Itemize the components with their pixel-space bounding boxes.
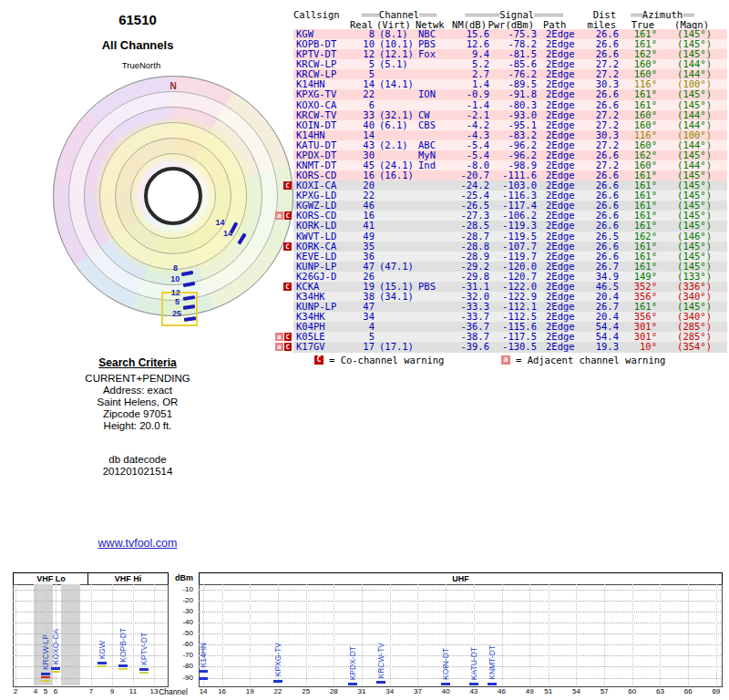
cell-nm: -28.5 xyxy=(451,221,489,231)
co-channel-warning-icon: C xyxy=(283,242,292,251)
dbm-tick-label: -20 xyxy=(164,596,193,604)
gridline-vertical xyxy=(91,584,92,685)
co-channel-warning-icon: C xyxy=(283,181,292,190)
table-row: CKOXI-CA20-24.2-103.02Edge26.6161°(145°) xyxy=(275,180,727,190)
dbm-tick-label: -80 xyxy=(164,662,193,670)
warning-cell xyxy=(275,302,293,312)
table-row: KWVT-LD49-28.7-119.52Edge26.5162°(146°) xyxy=(275,232,727,242)
signal-bar xyxy=(118,664,128,667)
cell-virt: (47.1) xyxy=(375,262,416,272)
station-callsign-label: K14HN xyxy=(199,643,208,667)
signal-bar xyxy=(98,662,107,664)
gridline-vertical xyxy=(604,584,605,685)
dbm-tick-label: -70 xyxy=(164,651,193,659)
cell-netwk xyxy=(416,59,451,69)
cell-pwr: -119.3 xyxy=(489,221,537,231)
search-criteria-line: Zipcode 97051 xyxy=(0,408,275,420)
cell-netwk xyxy=(416,211,451,221)
co-channel-warning-icon: C xyxy=(284,211,293,220)
cell-netwk xyxy=(416,302,451,312)
header-signal-group: ══════Signal═════ xyxy=(448,9,580,19)
table-row: KEVE-LD36-28.9-119.72Edge26.6161°(145°) xyxy=(275,252,727,262)
gridline-vertical xyxy=(133,584,134,685)
signal-bar xyxy=(139,668,149,671)
cell-callsign: KORK-LD xyxy=(296,221,353,231)
cell-magn: (145°) xyxy=(657,89,712,99)
table-row: KRCW-LP5(5.1)5.2-85.62Edge27.2160°(144°) xyxy=(275,59,727,69)
cell-netwk xyxy=(416,322,451,332)
cell-virt: (6.1) xyxy=(375,120,416,130)
co-channel-warning-icon: C xyxy=(314,355,323,365)
station-label-wrap: KNMT-DT xyxy=(486,599,498,680)
cell-pwr: -130.5 xyxy=(489,342,537,352)
signal-bar xyxy=(199,670,208,673)
cell-netwk xyxy=(416,201,451,211)
warning-cell: C xyxy=(275,180,293,190)
channel-tick-label: 14 xyxy=(196,687,210,695)
signal-bar xyxy=(139,672,149,674)
north-indicator: N xyxy=(53,81,293,91)
cell-netwk: Fox xyxy=(416,49,451,59)
table-row: KUNP-LP47-33.3-112.12Edge26.7161°(145°) xyxy=(275,302,727,312)
channel-tick-label: 7 xyxy=(84,687,98,695)
warning-cell xyxy=(275,232,293,242)
station-callsign-label: KRCW-TV xyxy=(376,643,385,679)
warning-cell xyxy=(275,272,293,282)
table-row: KRCW-TV33(32.1)CW-2.1-93.02Edge27.2160°(… xyxy=(275,110,727,120)
warning-cell xyxy=(275,201,293,211)
table-row: KOXO-CA6-1.4-80.32Edge26.6161°(145°) xyxy=(275,100,727,110)
cell-netwk xyxy=(416,170,451,180)
station-callsign-label: KPTV-DT xyxy=(139,633,149,665)
warning-cell xyxy=(275,221,293,231)
cell-netwk: PBS xyxy=(416,282,451,292)
channel-tick-label: 19 xyxy=(242,687,257,695)
table-row: aCKORS-CD16-27.3-106.22Edge26.6161°(145°… xyxy=(275,211,727,221)
table-row: KORS-CD16(16.1)-20.7-111.62Edge26.6161°(… xyxy=(275,170,727,180)
station-callsign-label: KATU-DT xyxy=(469,647,478,680)
table-row: K26GJ-D26-29.8-120.72Edge34.9149°(133°) xyxy=(275,272,727,282)
cell-virt: (17.1) xyxy=(375,342,416,352)
cell-virt: (2.1) xyxy=(375,140,416,150)
table-row: KPXG-TV22ION-0.9-91.82Edge26.6161°(145°) xyxy=(275,89,727,99)
tvfool-report: 61510 All Channels TrueNorth N 141481012… xyxy=(0,0,729,700)
cell-virt xyxy=(375,312,416,322)
dbm-tick-label: -40 xyxy=(164,618,193,626)
table-row: CKORK-CA35-28.8-107.72Edge26.6161°(145°) xyxy=(275,242,727,252)
warning-cell xyxy=(275,292,293,302)
gridline-vertical xyxy=(576,584,577,685)
warning-cell xyxy=(275,59,293,69)
dbm-tick-label: -60 xyxy=(164,640,193,648)
cell-real: 22 xyxy=(353,89,375,99)
cell-virt xyxy=(375,180,416,190)
signal-bar xyxy=(41,680,50,682)
db-datecode-label: db datecode xyxy=(0,454,275,466)
cell-netwk xyxy=(416,100,451,110)
dbm-tick-label: -90 xyxy=(164,674,193,682)
db-datecode-block: db datecode 201201021514 xyxy=(0,454,275,478)
cell-miles: 26.6 xyxy=(582,89,619,99)
cell-miles: 26.6 xyxy=(582,100,619,110)
station-callsign-label: KOXO-CA xyxy=(51,629,60,664)
table-row: KNMT-DT45(24.1)Ind-8.0-98.92Edge27.2160°… xyxy=(275,160,727,170)
cell-virt xyxy=(375,302,416,312)
cell-netwk xyxy=(416,242,451,252)
warning-cell xyxy=(275,140,293,150)
gridline-vertical xyxy=(660,584,661,685)
header-azimuth-group: ══Azimuth══ xyxy=(616,9,709,19)
tvfool-link[interactable]: www.tvfool.com xyxy=(0,537,275,550)
cell-path: 2Edge xyxy=(537,89,582,99)
signal-bar xyxy=(51,671,60,673)
signal-bar xyxy=(51,667,60,670)
cell-magn: (354°) xyxy=(657,342,712,352)
cell-netwk: Ind xyxy=(416,160,451,170)
table-row: KOPB-DT10(10.1)PBS12.6-78.22Edge26.6161°… xyxy=(275,39,727,49)
station-label-wrap: KGW xyxy=(96,587,108,659)
legend-co-channel: C = Co-channel warning xyxy=(314,355,444,365)
table-row: aCK05LE5-38.7-117.52Edge54.4301°(285°) xyxy=(275,332,727,342)
channel-tick-label: 40 xyxy=(438,687,453,695)
cell-nm: -1.4 xyxy=(451,100,489,110)
table-row: K34HK38(34.1)-32.0-122.92Edge20.4356°(34… xyxy=(275,292,727,302)
gridline-vertical xyxy=(529,584,530,685)
report-id-title: 61510 xyxy=(0,12,275,27)
table-row: KORK-LD41-28.5-119.32Edge26.6161°(145°) xyxy=(275,221,727,231)
